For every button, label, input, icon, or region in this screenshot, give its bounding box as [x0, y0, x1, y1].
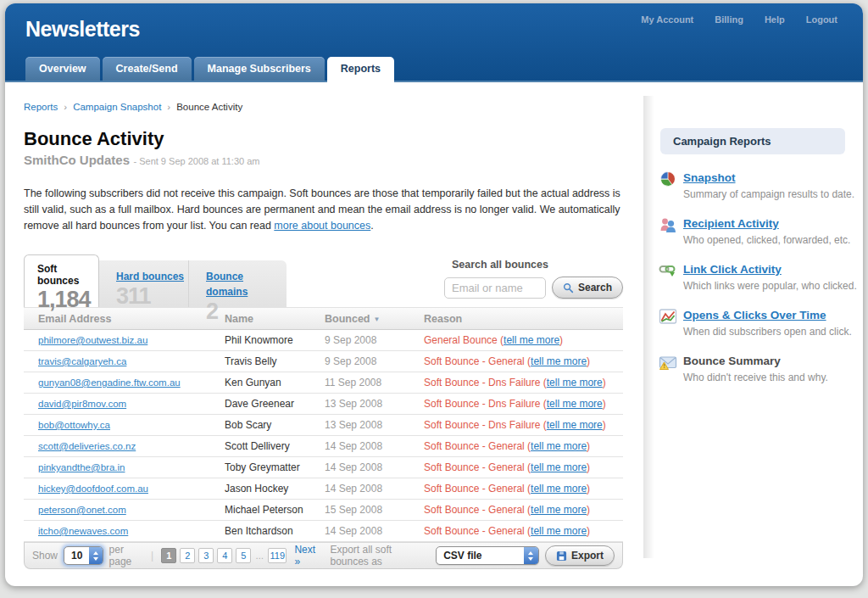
breadcrumb-campaign-snapshot-link[interactable]: Campaign Snapshot [73, 102, 161, 112]
subscriber-name: Phil Knowmore [225, 334, 325, 346]
tab-reports[interactable]: Reports [327, 57, 394, 82]
email-link[interactable]: philmore@outwest.biz.au [38, 335, 147, 345]
tell-me-more-link[interactable]: tell me more [531, 355, 587, 367]
help-link[interactable]: Help [765, 14, 785, 25]
bounce-date: 14 Sep 2008 [325, 440, 424, 452]
my-account-link[interactable]: My Account [641, 14, 693, 25]
page-2-button[interactable]: 2 [180, 548, 195, 563]
main-content: Reports › Campaign Snapshot › Bounce Act… [24, 82, 623, 569]
page-4-button[interactable]: 4 [217, 548, 232, 563]
subscriber-name: Ken Gunyan [225, 377, 325, 388]
table-row: david@pir8mov.com Dave Greenear 13 Sep 2… [24, 394, 623, 415]
sort-descending-icon: ▼ [373, 316, 380, 323]
bounce-date: 9 Sep 2008 [325, 355, 424, 367]
subscriber-name: Travis Belly [225, 355, 325, 367]
bounce-date: 14 Sep 2008 [325, 483, 424, 495]
breadcrumb-current: Bounce Activity [176, 102, 242, 112]
bounce-date: 9 Sep 2008 [325, 334, 424, 346]
page-5-button[interactable]: 5 [236, 548, 251, 563]
link-click-activity-link[interactable]: Link Click Activity [683, 263, 782, 276]
more-about-bounces-link[interactable]: more about bounces [274, 220, 370, 232]
tell-me-more-link[interactable]: tell me more [504, 334, 559, 346]
page-3-button[interactable]: 3 [198, 548, 214, 563]
next-page-link[interactable]: Next » [294, 544, 318, 567]
column-header-bounced[interactable]: Bounced▼ [325, 313, 424, 325]
email-link[interactable]: david@pir8mov.com [38, 399, 126, 409]
tell-me-more-link[interactable]: tell me more [531, 504, 587, 516]
email-link[interactable]: peterson@onet.com [38, 505, 126, 515]
billing-link[interactable]: Billing [715, 14, 743, 25]
search-area: Search all bounces Search [444, 259, 623, 299]
email-link[interactable]: scott@deliveries.co.nz [38, 441, 136, 451]
tell-me-more-link[interactable]: tell me more [547, 377, 603, 388]
tab-overview[interactable]: Overview [25, 57, 100, 81]
page-title: Bounce Activity [24, 128, 623, 150]
campaign-reports-sidebar: Campaign Reports Snapshot Summary of cam… [623, 82, 863, 569]
column-header-reason[interactable]: Reason [424, 313, 623, 325]
app-window: Newsletters My Account Billing Help Logo… [5, 3, 863, 586]
bounce-date: 13 Sep 2008 [325, 419, 424, 431]
search-button-label: Search [578, 282, 612, 293]
tell-me-more-link[interactable]: tell me more [531, 525, 587, 537]
sidebar-heading: Campaign Reports [660, 128, 845, 154]
bounce-tabs-bar: Soft bounces 1,184 Hard bounces 311 Boun… [24, 254, 623, 307]
app-header: Newsletters My Account Billing Help Logo… [5, 3, 863, 82]
logout-link[interactable]: Logout [806, 14, 837, 25]
show-label: Show [32, 550, 58, 562]
page-119-button[interactable]: 119 [268, 548, 287, 563]
bounce-summary-desc: Who didn't receive this and why. [683, 372, 863, 383]
page-size-value: 10 [64, 547, 89, 564]
account-nav: My Account Billing Help Logout [641, 14, 837, 25]
email-link[interactable]: travis@calgaryeh.ca [38, 356, 126, 366]
soft-bounces-tab[interactable]: Soft bounces 1,184 [24, 254, 99, 307]
email-link[interactable]: gunyan08@engadine.ftw.com.au [38, 377, 181, 388]
subscriber-name: Scott Dellivery [225, 440, 325, 452]
page-1-button[interactable]: 1 [161, 548, 176, 563]
bounce-reason: Soft Bounce - General (tell me more) [424, 440, 623, 452]
column-header-email[interactable]: Email Address [24, 313, 225, 325]
table-row: scott@deliveries.co.nz Scott Dellivery 1… [24, 436, 623, 457]
recipient-activity-link[interactable]: Recipient Activity [683, 217, 779, 230]
subscriber-name: Jason Hockey [225, 483, 325, 495]
table-row: pinkyandthe@bra.in Toby Greymatter 14 Se… [24, 457, 623, 478]
hard-bounces-tab[interactable]: Hard bounces 311 [99, 260, 188, 307]
tell-me-more-link[interactable]: tell me more [531, 440, 587, 452]
hard-bounces-link[interactable]: Hard bounces [116, 271, 184, 282]
opens-clicks-over-time-link[interactable]: Opens & Clicks Over Time [683, 309, 826, 321]
tab-manage-subscribers[interactable]: Manage Subscribers [194, 57, 325, 81]
search-input[interactable] [444, 277, 546, 299]
link-icon [659, 261, 677, 280]
email-link[interactable]: itcho@newaves.com [38, 526, 128, 536]
export-format-select[interactable]: CSV file [436, 546, 539, 565]
svg-text:!: ! [664, 363, 665, 369]
email-link[interactable]: hickey@doofdoof.com.au [38, 483, 148, 494]
search-button[interactable]: Search [552, 277, 623, 299]
tell-me-more-link[interactable]: tell me more [531, 483, 587, 495]
snapshot-link[interactable]: Snapshot [683, 171, 736, 184]
tell-me-more-link[interactable]: tell me more [547, 398, 603, 410]
table-row: travis@calgaryeh.ca Travis Belly 9 Sep 2… [24, 351, 623, 372]
breadcrumb-separator: › [167, 102, 170, 112]
table-row: hickey@doofdoof.com.au Jason Hockey 14 S… [24, 478, 623, 500]
bounce-reason: Soft Bounce - General (tell me more) [424, 461, 623, 473]
tell-me-more-link[interactable]: tell me more [531, 461, 587, 473]
tab-create-send[interactable]: Create/Send [103, 57, 192, 81]
bounce-domains-tab[interactable]: Bounce domains 2 [188, 260, 287, 307]
tell-me-more-link[interactable]: tell me more [547, 419, 603, 431]
bounce-date: 11 Sep 2008 [325, 377, 424, 388]
breadcrumb-reports-link[interactable]: Reports [24, 102, 58, 112]
bounce-reason: Soft Bounce - General (tell me more) [424, 483, 623, 495]
bounce-domains-link[interactable]: Bounce domains [206, 271, 248, 298]
export-button-label: Export [571, 550, 604, 562]
table-row: gunyan08@engadine.ftw.com.au Ken Gunyan … [24, 372, 623, 394]
table-footer-bar: Show 10 per page | 1 2 3 4 5 … 119 [24, 542, 623, 569]
email-link[interactable]: pinkyandthe@bra.in [38, 462, 125, 472]
link-click-activity-desc: Which links were popular, who clicked. [683, 280, 863, 292]
intro-paragraph: The following subscribers did not receiv… [24, 186, 623, 234]
hard-bounces-count: 311 [116, 285, 188, 308]
bounce-date: 13 Sep 2008 [325, 398, 424, 410]
table-row: philmore@outwest.biz.au Phil Knowmore 9 … [24, 330, 623, 351]
export-button[interactable]: Export [545, 545, 615, 566]
page-size-select[interactable]: 10 [64, 546, 103, 565]
email-link[interactable]: bob@ottowhy.ca [38, 420, 110, 430]
